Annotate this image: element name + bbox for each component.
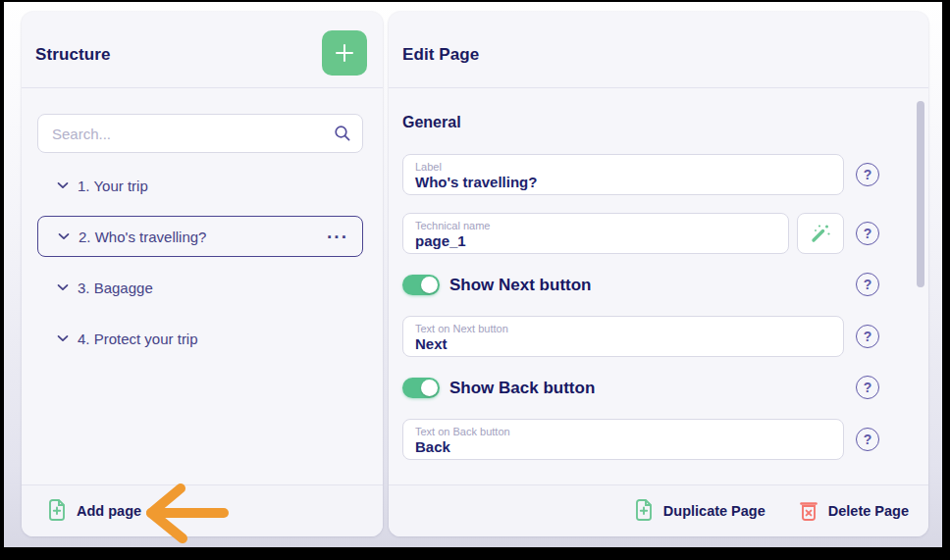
duplicate-page-button[interactable]: Duplicate Page [634,498,765,525]
ellipsis-menu-icon[interactable]: ··· [327,228,348,246]
help-icon-technical-name[interactable]: ? [856,222,879,245]
chevron-down-icon[interactable] [57,181,69,189]
page-plus-icon [47,498,67,525]
search-icon [334,125,351,146]
search-wrap [37,114,363,153]
general-section-title: General [402,114,461,131]
chevron-down-icon[interactable] [57,334,69,342]
edit-page-title: Edit Page [402,45,479,65]
chevron-down-icon[interactable] [58,232,70,240]
toggle-knob [421,380,438,396]
edit-page-header: Edit Page [389,12,928,88]
label-field-value: Who's travelling? [415,174,831,191]
search-input[interactable] [37,114,363,153]
label-field[interactable]: Label Who's travelling? [402,154,844,195]
show-next-toggle[interactable] [402,275,440,295]
page-item-label: 2. Who's travelling? [79,229,318,245]
plus-icon [334,42,355,64]
back-text-caption: Text on Back button [415,425,831,438]
question-mark-glyph: ? [864,432,872,447]
duplicate-page-label: Duplicate Page [663,503,765,519]
trash-x-icon [799,498,818,525]
question-mark-glyph: ? [864,277,872,292]
help-icon-next-text[interactable]: ? [856,325,879,348]
back-text-field[interactable]: Text on Back button Back [402,419,844,460]
delete-page-label: Delete Page [828,503,909,519]
add-structure-button[interactable] [322,30,367,76]
page-item-label: 1. Your trip [78,178,349,194]
structure-header: Structure [22,12,383,88]
page-item-2-selected[interactable]: 2. Who's travelling? ··· [37,216,363,257]
page-item-4[interactable]: 4. Protect your trip [37,318,363,359]
page-plus-icon [634,498,654,525]
next-text-caption: Text on Next button [415,322,831,335]
add-page-button[interactable]: Add page [47,498,141,525]
add-page-label: Add page [77,503,141,519]
help-icon-show-next[interactable]: ? [856,273,879,296]
question-mark-glyph: ? [864,380,872,395]
back-text-value: Back [415,438,831,456]
magic-wand-icon [808,220,833,248]
structure-panel: Structure 1. Your trip [22,12,383,536]
help-icon-label[interactable]: ? [856,163,879,186]
chevron-down-icon[interactable] [57,283,69,291]
next-text-value: Next [415,335,831,353]
generate-name-button[interactable] [797,213,844,254]
label-field-caption: Label [415,160,831,174]
question-mark-glyph: ? [864,226,872,241]
technical-name-field[interactable]: Technical name page_1 [402,213,789,254]
question-mark-glyph: ? [864,167,872,182]
help-icon-back-text[interactable]: ? [856,428,879,451]
toggle-knob [421,277,438,293]
question-mark-glyph: ? [864,329,872,344]
edit-page-footer: Duplicate Page Delete Page [389,484,928,536]
structure-footer: Add page [22,484,383,536]
help-icon-show-back[interactable]: ? [856,376,879,399]
edit-page-panel: Edit Page General Label Who's travelling… [389,12,928,536]
technical-name-value: page_1 [415,232,776,250]
scrollbar-thumb[interactable] [917,101,924,287]
show-back-toggle[interactable] [402,378,440,398]
delete-page-button[interactable]: Delete Page [799,498,909,525]
app-background: Structure 1. Your trip [4,2,942,547]
next-text-field[interactable]: Text on Next button Next [402,316,844,357]
page-item-label: 3. Bagagge [78,280,349,296]
page-item-3[interactable]: 3. Bagagge [37,267,363,308]
page-item-label: 4. Protect your trip [78,331,349,347]
page-item-1[interactable]: 1. Your trip [37,165,363,206]
technical-name-caption: Technical name [415,219,776,232]
show-back-label: Show Back button [449,378,595,398]
show-next-label: Show Next button [449,275,591,295]
structure-title: Structure [35,45,110,65]
